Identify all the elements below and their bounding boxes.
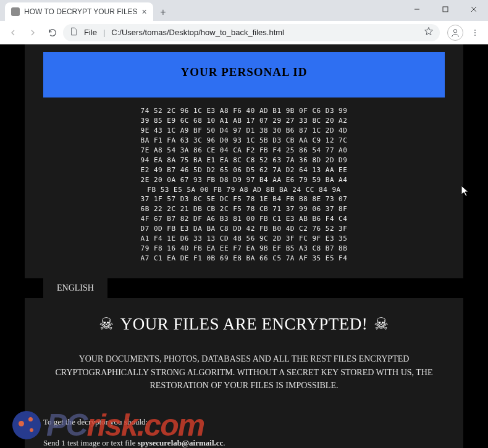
language-tab-english[interactable]: ENGLISH [43, 278, 107, 298]
maximize-button[interactable] [431, 0, 460, 19]
instruction-line-1: Send 1 test image or text file spysecure… [43, 438, 445, 448]
close-tab-icon[interactable]: × [142, 7, 147, 17]
contact-email: spysecurelab@airmail.cc [138, 438, 224, 447]
personal-id-banner: YOUR PERSONAL ID [43, 52, 445, 97]
skull-crossbones-icon: ☠ [374, 314, 389, 334]
headline-text: YOUR FILES ARE ENCRYPTED! [120, 315, 368, 334]
instructions-intro: To get the decryptor you should: [43, 417, 445, 427]
bookmark-star-icon[interactable] [424, 27, 434, 38]
url-separator: | [103, 28, 105, 37]
url-path: C:/Users/tomas/Desktop/how_to_back_files… [111, 28, 284, 37]
back-button[interactable] [4, 23, 22, 42]
svg-rect-1 [443, 7, 448, 12]
instructions: To get the decryptor you should: Send 1 … [43, 411, 445, 448]
svg-point-7 [474, 35, 476, 36]
tab-favicon [11, 7, 20, 16]
close-window-button[interactable] [460, 0, 488, 19]
tab-title: HOW TO DECRYPT YOUR FILES [24, 7, 138, 16]
new-tab-button[interactable]: + [156, 5, 170, 20]
page-viewport[interactable]: YOUR PERSONAL ID 74 52 2C 96 1C E3 A8 F6… [0, 44, 488, 448]
encrypted-subhead: YOUR DOCUMENTS, PHOTOS, DATABASES AND AL… [43, 345, 445, 411]
browser-tab[interactable]: HOW TO DECRYPT YOUR FILES × [5, 2, 153, 21]
file-icon [69, 27, 78, 38]
menu-icon[interactable] [466, 23, 484, 42]
address-bar[interactable]: File | C:/Users/tomas/Desktop/how_to_bac… [63, 24, 440, 41]
skull-crossbones-icon: ☠ [99, 314, 114, 334]
forward-button[interactable] [23, 23, 42, 42]
personal-id-hex: 74 52 2C 96 1C E3 A8 F6 40 AD B1 9B 0F C… [43, 97, 445, 277]
encrypted-headline: ☠ YOUR FILES ARE ENCRYPTED! ☠ [43, 298, 445, 345]
svg-point-5 [474, 29, 476, 30]
profile-avatar-icon[interactable] [447, 25, 463, 41]
url-kind: File [84, 28, 97, 37]
minimize-button[interactable] [403, 0, 431, 19]
svg-point-4 [453, 29, 456, 32]
svg-point-6 [474, 32, 476, 33]
reload-button[interactable] [43, 23, 62, 42]
